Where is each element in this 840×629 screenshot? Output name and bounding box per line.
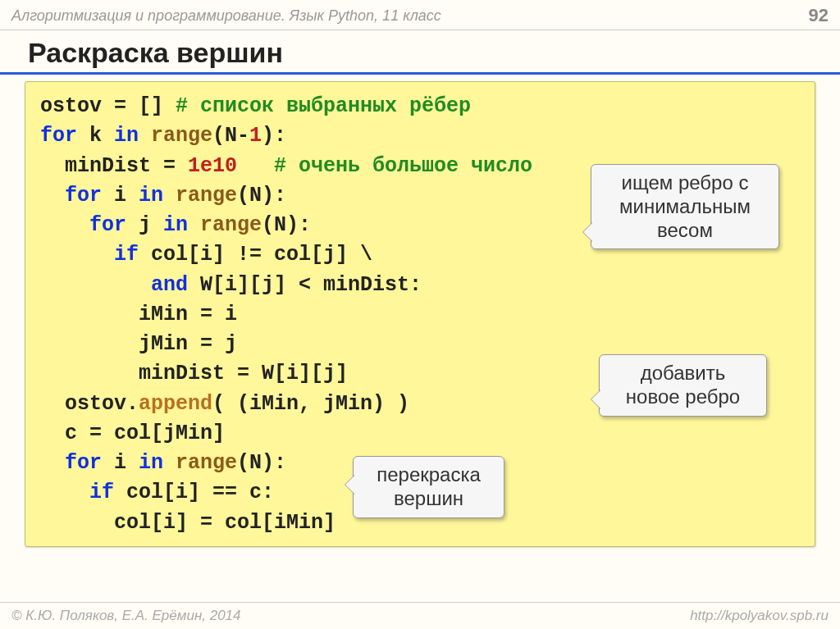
source-url: http://kpolyakov.spb.ru [690, 608, 829, 624]
callout-add-edge: добавить новое ребро [599, 354, 767, 417]
slide-title: Раскраска вершин [0, 30, 840, 75]
callout-recolor: перекраска вершин [353, 456, 504, 518]
slide-header: Алгоритмизация и программирование. Язык … [0, 0, 840, 30]
slide-footer: © К.Ю. Поляков, Е.А. Ерёмин, 2014 http:/… [0, 602, 840, 629]
callout-find-min-edge: ищем ребро с минимальным весом [591, 164, 779, 249]
page-number: 92 [809, 5, 829, 26]
course-title: Алгоритмизация и программирование. Язык … [11, 7, 441, 25]
copyright: © К.Ю. Поляков, Е.А. Ерёмин, 2014 [11, 608, 241, 624]
